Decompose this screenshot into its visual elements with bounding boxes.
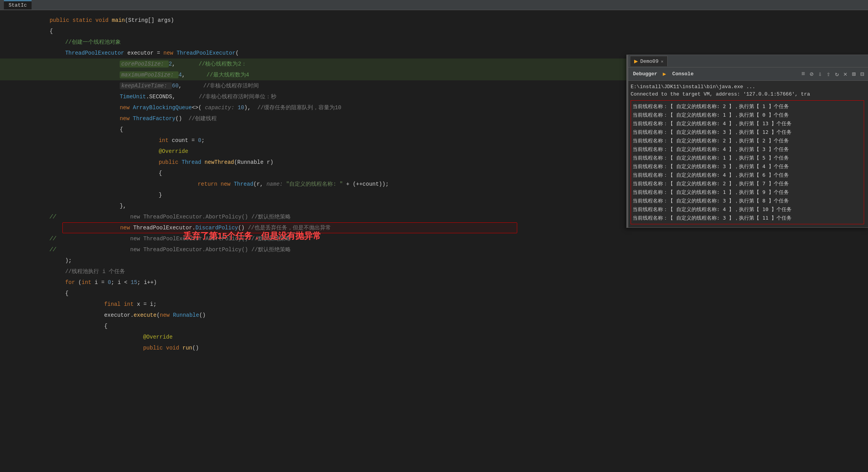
- console-output-line: 当前线程名称：【 自定义的线程名称: 2 】，执行第【 1 】个任务: [633, 102, 862, 111]
- scroll-down-icon[interactable]: ⇩: [817, 69, 824, 79]
- console-demo-tab[interactable]: ▶ Demo09 ✕: [630, 56, 668, 66]
- console-tab-name: Demo09: [640, 59, 659, 64]
- console-output-line: 当前线程名称：【 自定义的线程名称: 1 】，执行第【 0 】个任务: [633, 111, 862, 119]
- console-tab-btn[interactable]: Console: [668, 70, 698, 78]
- console-output-line: 当前线程名称：【 自定义的线程名称: 1 】，执行第【 5 】个任务: [633, 154, 862, 162]
- console-output-line: 当前线程名称：【 自定义的线程名称: 2 】，执行第【 7 】个任务: [633, 179, 862, 188]
- debugger-tab[interactable]: Debugger: [629, 70, 661, 78]
- clear-icon[interactable]: ⊘: [808, 69, 815, 79]
- console-output-line: 当前线程名称：【 自定义的线程名称: 3 】，执行第【 11 】个任务: [633, 214, 862, 222]
- console-path: E:\install\JDK11\install\bin\java.exe ..…: [631, 84, 864, 90]
- console-output-line: 当前线程名称：【 自定义的线程名称: 2 】，执行第【 2 】个任务: [633, 137, 862, 145]
- top-bar: StatIc: [0, 0, 868, 10]
- console-output-line: 当前线程名称：【 自定义的线程名称: 4 】，执行第【 6 】个任务: [633, 171, 862, 179]
- console-output-line: 当前线程名称：【 自定义的线程名称: 3 】，执行第【 8 】个任务: [633, 197, 862, 205]
- console-titlebar: ▶ Demo09 ✕: [627, 55, 868, 67]
- refresh-icon[interactable]: ↻: [833, 69, 840, 79]
- console-output-line: 当前线程名称：【 自定义的线程名称: 3 】，执行第【 4 】个任务: [633, 162, 862, 171]
- line-content-31: public void run(): [23, 339, 868, 357]
- console-tab-close[interactable]: ✕: [661, 59, 663, 64]
- console-output-line: 当前线程名称：【 自定义的线程名称: 4 】，执行第【 13 】个任务: [633, 119, 862, 128]
- console-toolbar: Debugger ▶ Console ≡ ⊘ ⇩ ⇧ ↻ ✕ ⊞ ⊟: [627, 67, 868, 81]
- console-output-line: 当前线程名称：【 自定义的线程名称: 1 】，执行第【 9 】个任务: [633, 188, 862, 197]
- console-resize-handle[interactable]: [627, 55, 628, 227]
- run-icon: ▶: [634, 57, 638, 65]
- console-content: E:\install\JDK11\install\bin\java.exe ..…: [627, 81, 868, 227]
- console-connected: Connected to the target VM, address: '12…: [631, 91, 864, 97]
- console-output-line: 当前线程名称：【 自定义的线程名称: 4 】，执行第【 10 】个任务: [633, 205, 862, 214]
- layout-icon[interactable]: ⊟: [859, 69, 866, 79]
- stop-icon[interactable]: ✕: [842, 69, 849, 79]
- menu-icon[interactable]: ≡: [800, 70, 807, 78]
- grid-icon[interactable]: ⊞: [850, 69, 857, 79]
- file-tab-label: StatIc: [9, 2, 27, 8]
- code-line-31: public void run(): [0, 342, 868, 353]
- console-output-line: 当前线程名称：【 自定义的线程名称: 4 】，执行第【 3 】个任务: [633, 145, 862, 154]
- console-output-line: 当前线程名称：【 自定义的线程名称: 3 】，执行第【 12 】个任务: [633, 128, 862, 137]
- scroll-up-icon[interactable]: ⇧: [825, 69, 832, 79]
- file-tab[interactable]: StatIc: [4, 0, 32, 9]
- console-panel: ▶ Demo09 ✕ Debugger ▶ Console ≡ ⊘ ⇩ ⇧ ↻ …: [626, 55, 868, 228]
- console-icon: ▶: [663, 71, 666, 77]
- console-output-box: 当前线程名称：【 自定义的线程名称: 2 】，执行第【 1 】个任务当前线程名称…: [631, 100, 864, 224]
